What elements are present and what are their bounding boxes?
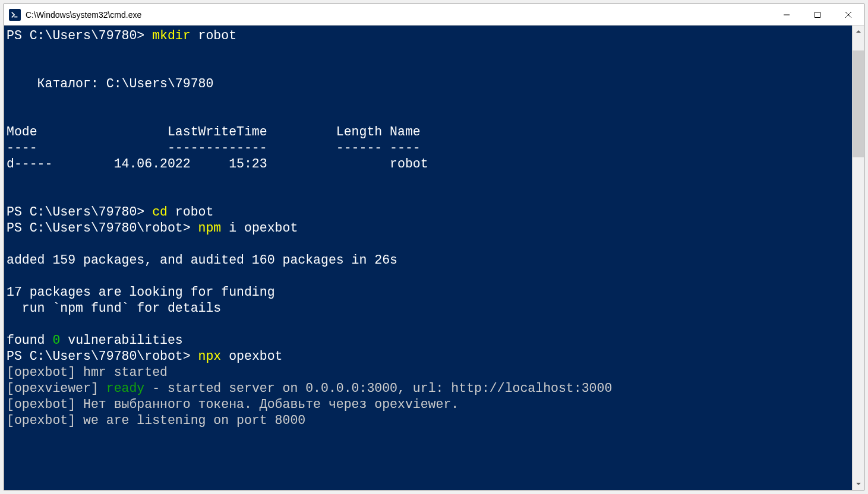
minimize-button[interactable] xyxy=(771,4,802,25)
viewer-ready: ready xyxy=(106,381,145,395)
arg-npx: opexbot xyxy=(221,349,282,363)
arg-npm: i opexbot xyxy=(221,221,298,235)
cmd-npx: npx xyxy=(198,349,222,363)
cmd-npm: npm xyxy=(198,221,222,235)
scrollbar-down-arrow[interactable] xyxy=(853,478,864,490)
npm-added-line: added 159 packages, and audited 160 pack… xyxy=(7,253,397,267)
scrollbar-track[interactable] xyxy=(853,37,864,478)
viewer-prefix: [opexviewer] xyxy=(7,381,106,395)
cmd-window: C:\Windows\system32\cmd.exe PS C:\Users\… xyxy=(4,4,864,490)
close-button[interactable] xyxy=(833,4,864,25)
prompt-2: PS C:\Users\79780> xyxy=(7,205,152,219)
prompt-1: PS C:\Users\79780> xyxy=(7,28,152,43)
arg-robot-2: robot xyxy=(168,205,213,219)
window-title: C:\Windows\system32\cmd.exe xyxy=(26,10,771,20)
cmd-cd: cd xyxy=(152,205,168,219)
window-controls xyxy=(771,4,864,25)
listen-line: [opexbot] we are listening on port 8000 xyxy=(7,413,305,428)
svg-rect-1 xyxy=(815,12,820,17)
vuln-prefix: found xyxy=(7,333,52,347)
table-divider: ---- ------------- ------ ---- xyxy=(7,141,421,155)
terminal-wrapper: PS C:\Users\79780> mkdir robot Каталог: … xyxy=(4,26,864,490)
vuln-suffix: vulnerabilities xyxy=(60,333,182,347)
prompt-4: PS C:\Users\79780\robot> xyxy=(7,349,198,363)
table-row: d----- 14.06.2022 15:23 robot xyxy=(7,157,428,171)
catalog-line: Каталог: C:\Users\79780 xyxy=(7,77,213,91)
cmd-mkdir: mkdir xyxy=(152,28,191,43)
prompt-3: PS C:\Users\79780\robot> xyxy=(7,221,198,235)
hmr-line: [opexbot] hmr started xyxy=(7,365,168,379)
npm-funding-2: run `npm fund` for details xyxy=(7,301,221,315)
viewer-suffix: - started server on 0.0.0.0:3000, url: h… xyxy=(144,381,612,395)
scrollbar[interactable] xyxy=(852,26,864,490)
table-header: Mode LastWriteTime Length Name xyxy=(7,125,421,139)
npm-funding-1: 17 packages are looking for funding xyxy=(7,285,275,299)
terminal-output[interactable]: PS C:\Users\79780> mkdir robot Каталог: … xyxy=(4,26,852,490)
titlebar[interactable]: C:\Windows\system32\cmd.exe xyxy=(4,4,864,26)
scrollbar-up-arrow[interactable] xyxy=(853,26,864,37)
vuln-zero: 0 xyxy=(52,333,60,347)
powershell-icon xyxy=(9,9,21,21)
arg-robot-1: robot xyxy=(191,28,236,43)
maximize-button[interactable] xyxy=(802,4,833,25)
scrollbar-thumb[interactable] xyxy=(853,50,864,157)
token-line: [opexbot] Нет выбранного токена. Добавьт… xyxy=(7,397,459,411)
